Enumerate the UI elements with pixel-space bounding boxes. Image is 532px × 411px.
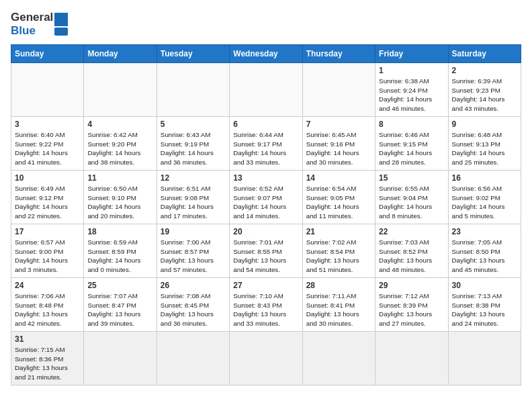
- calendar-cell: 8Sunrise: 6:46 AM Sunset: 9:15 PM Daylig…: [375, 117, 448, 171]
- day-number: 29: [379, 281, 444, 290]
- day-info: Sunrise: 6:40 AM Sunset: 9:22 PM Dayligh…: [15, 130, 80, 167]
- day-number: 27: [233, 281, 298, 290]
- calendar-cell: 3Sunrise: 6:40 AM Sunset: 9:22 PM Daylig…: [11, 117, 84, 171]
- day-number: 6: [233, 120, 298, 129]
- day-number: 26: [161, 281, 226, 290]
- day-info: Sunrise: 6:50 AM Sunset: 9:10 PM Dayligh…: [87, 184, 152, 221]
- day-number: 7: [306, 120, 371, 129]
- calendar-cell: 7Sunrise: 6:45 AM Sunset: 9:16 PM Daylig…: [302, 117, 375, 171]
- calendar-cell: 16Sunrise: 6:56 AM Sunset: 9:02 PM Dayli…: [448, 171, 521, 224]
- calendar-cell: [84, 63, 157, 117]
- day-number: 25: [87, 281, 152, 290]
- calendar-cell: 31Sunrise: 7:15 AM Sunset: 8:36 PM Dayli…: [11, 332, 84, 385]
- calendar-cell: 11Sunrise: 6:50 AM Sunset: 9:10 PM Dayli…: [84, 171, 157, 224]
- day-number: 11: [87, 173, 152, 183]
- day-info: Sunrise: 6:59 AM Sunset: 8:59 PM Dayligh…: [87, 238, 152, 275]
- weekday-header: Monday: [84, 45, 157, 63]
- day-info: Sunrise: 7:00 AM Sunset: 8:57 PM Dayligh…: [161, 238, 226, 275]
- calendar-cell: 14Sunrise: 6:54 AM Sunset: 9:05 PM Dayli…: [302, 171, 375, 224]
- calendar-cell: [11, 63, 84, 117]
- calendar-cell: 27Sunrise: 7:10 AM Sunset: 8:43 PM Dayli…: [230, 278, 302, 332]
- day-info: Sunrise: 6:54 AM Sunset: 9:05 PM Dayligh…: [306, 184, 371, 221]
- weekday-header: Friday: [375, 45, 448, 63]
- calendar-cell: [375, 332, 448, 385]
- day-info: Sunrise: 7:07 AM Sunset: 8:47 PM Dayligh…: [87, 291, 152, 328]
- day-number: 4: [87, 120, 152, 129]
- calendar-cell: 17Sunrise: 6:57 AM Sunset: 9:00 PM Dayli…: [11, 224, 84, 278]
- calendar-cell: 12Sunrise: 6:51 AM Sunset: 9:08 PM Dayli…: [157, 171, 229, 224]
- day-number: 30: [452, 281, 517, 290]
- calendar-cell: [230, 63, 302, 117]
- day-info: Sunrise: 7:01 AM Sunset: 8:55 PM Dayligh…: [233, 238, 298, 275]
- day-info: Sunrise: 6:39 AM Sunset: 9:23 PM Dayligh…: [452, 77, 517, 113]
- weekday-header: Sunday: [11, 45, 84, 63]
- day-info: Sunrise: 7:06 AM Sunset: 8:48 PM Dayligh…: [15, 291, 80, 328]
- day-info: Sunrise: 6:44 AM Sunset: 9:17 PM Dayligh…: [233, 130, 298, 167]
- calendar-cell: [302, 332, 375, 385]
- logo-container: General Blue: [11, 11, 68, 38]
- calendar-cell: 15Sunrise: 6:55 AM Sunset: 9:04 PM Dayli…: [375, 171, 448, 224]
- calendar-cell: [230, 332, 302, 385]
- calendar-header: SundayMondayTuesdayWednesdayThursdayFrid…: [11, 45, 521, 63]
- calendar-cell: 1Sunrise: 6:38 AM Sunset: 9:24 PM Daylig…: [375, 63, 448, 117]
- weekday-header: Saturday: [448, 45, 521, 63]
- calendar-cell: 24Sunrise: 7:06 AM Sunset: 8:48 PM Dayli…: [11, 278, 84, 332]
- day-info: Sunrise: 7:15 AM Sunset: 8:36 PM Dayligh…: [15, 345, 80, 382]
- calendar-cell: [448, 332, 521, 385]
- day-number: 5: [161, 120, 226, 129]
- day-info: Sunrise: 6:51 AM Sunset: 9:08 PM Dayligh…: [161, 184, 226, 221]
- day-number: 2: [452, 66, 517, 75]
- calendar-cell: 28Sunrise: 7:11 AM Sunset: 8:41 PM Dayli…: [302, 278, 375, 332]
- calendar-cell: [84, 332, 157, 385]
- day-info: Sunrise: 6:52 AM Sunset: 9:07 PM Dayligh…: [233, 184, 298, 221]
- calendar-cell: 2Sunrise: 6:39 AM Sunset: 9:23 PM Daylig…: [448, 63, 521, 117]
- logo-text: General Blue: [11, 11, 53, 38]
- day-info: Sunrise: 7:05 AM Sunset: 8:50 PM Dayligh…: [452, 238, 517, 275]
- day-number: 19: [161, 227, 226, 236]
- calendar-cell: 21Sunrise: 7:02 AM Sunset: 8:54 PM Dayli…: [302, 224, 375, 278]
- day-number: 8: [379, 120, 444, 129]
- calendar-cell: 23Sunrise: 7:05 AM Sunset: 8:50 PM Dayli…: [448, 224, 521, 278]
- calendar-cell: 22Sunrise: 7:03 AM Sunset: 8:52 PM Dayli…: [375, 224, 448, 278]
- day-number: 13: [233, 173, 298, 183]
- day-number: 31: [15, 334, 80, 344]
- calendar-cell: 5Sunrise: 6:43 AM Sunset: 9:19 PM Daylig…: [157, 117, 229, 171]
- svg-rect-1: [54, 28, 68, 36]
- day-number: 20: [233, 227, 298, 236]
- page-header: General Blue: [11, 11, 521, 38]
- calendar-cell: 26Sunrise: 7:08 AM Sunset: 8:45 PM Dayli…: [157, 278, 229, 332]
- day-number: 22: [379, 227, 444, 236]
- calendar-cell: 18Sunrise: 6:59 AM Sunset: 8:59 PM Dayli…: [84, 224, 157, 278]
- calendar-cell: 30Sunrise: 7:13 AM Sunset: 8:38 PM Dayli…: [448, 278, 521, 332]
- calendar-cell: [157, 63, 229, 117]
- day-info: Sunrise: 6:55 AM Sunset: 9:04 PM Dayligh…: [379, 184, 444, 221]
- day-info: Sunrise: 7:03 AM Sunset: 8:52 PM Dayligh…: [379, 238, 444, 275]
- day-info: Sunrise: 6:48 AM Sunset: 9:13 PM Dayligh…: [452, 130, 517, 167]
- day-info: Sunrise: 6:38 AM Sunset: 9:24 PM Dayligh…: [379, 77, 444, 113]
- day-number: 10: [15, 173, 80, 183]
- calendar-cell: 4Sunrise: 6:42 AM Sunset: 9:20 PM Daylig…: [84, 117, 157, 171]
- calendar-cell: [302, 63, 375, 117]
- day-info: Sunrise: 6:45 AM Sunset: 9:16 PM Dayligh…: [306, 130, 371, 167]
- weekday-header: Tuesday: [157, 45, 229, 63]
- day-number: 18: [87, 227, 152, 236]
- day-info: Sunrise: 6:46 AM Sunset: 9:15 PM Dayligh…: [379, 130, 444, 167]
- day-info: Sunrise: 6:49 AM Sunset: 9:12 PM Dayligh…: [15, 184, 80, 221]
- day-info: Sunrise: 7:12 AM Sunset: 8:39 PM Dayligh…: [379, 291, 444, 328]
- svg-rect-0: [54, 13, 68, 26]
- day-number: 28: [306, 281, 371, 290]
- day-info: Sunrise: 7:11 AM Sunset: 8:41 PM Dayligh…: [306, 291, 371, 328]
- day-number: 9: [452, 120, 517, 129]
- day-number: 3: [15, 120, 80, 129]
- calendar-cell: 6Sunrise: 6:44 AM Sunset: 9:17 PM Daylig…: [230, 117, 302, 171]
- day-number: 17: [15, 227, 80, 236]
- weekday-header: Wednesday: [230, 45, 302, 63]
- day-info: Sunrise: 6:56 AM Sunset: 9:02 PM Dayligh…: [452, 184, 517, 221]
- day-number: 12: [161, 173, 226, 183]
- day-info: Sunrise: 7:13 AM Sunset: 8:38 PM Dayligh…: [452, 291, 517, 328]
- logo-general: General: [11, 11, 53, 24]
- day-info: Sunrise: 6:42 AM Sunset: 9:20 PM Dayligh…: [87, 130, 152, 167]
- calendar-cell: 10Sunrise: 6:49 AM Sunset: 9:12 PM Dayli…: [11, 171, 84, 224]
- day-number: 21: [306, 227, 371, 236]
- calendar-cell: 13Sunrise: 6:52 AM Sunset: 9:07 PM Dayli…: [230, 171, 302, 224]
